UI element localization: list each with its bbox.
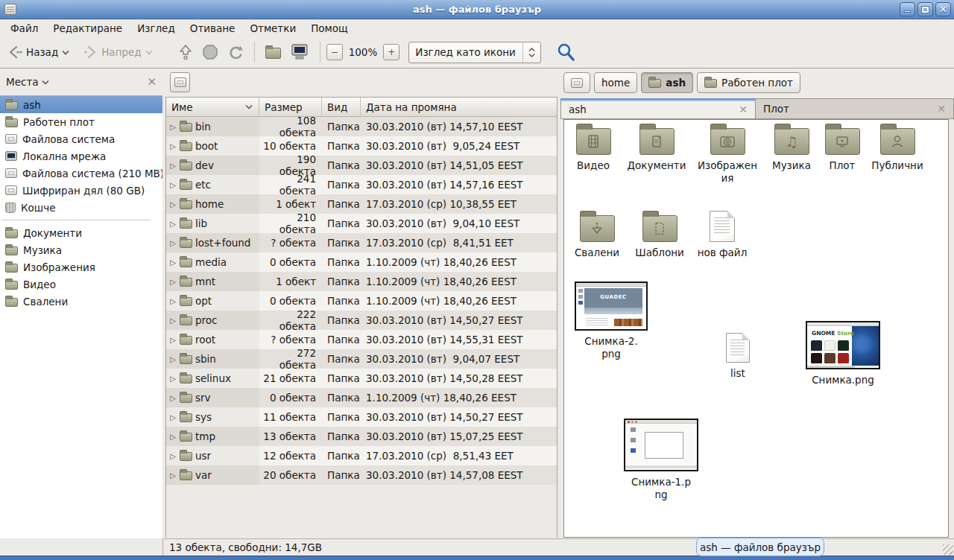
column-header-name[interactable]: Име: [166, 98, 259, 116]
expander-icon[interactable]: ▷: [169, 375, 177, 383]
icon-view[interactable]: Видео Документи Изображения ♫ Музика: [563, 119, 949, 538]
chevron-down-icon[interactable]: [42, 80, 49, 85]
sidebar-item-кошче[interactable]: Кошче: [0, 199, 162, 216]
table-row[interactable]: ▷dev190 обектаПапка30.03.2010 (вт) 14,51…: [166, 156, 557, 175]
expander-icon[interactable]: ▷: [169, 278, 177, 286]
expander-icon[interactable]: ▷: [169, 336, 177, 344]
close-button[interactable]: ✕: [935, 2, 951, 16]
expander-icon[interactable]: ▷: [169, 297, 177, 305]
icon-view-item-new-file[interactable]: нов файл: [692, 211, 752, 259]
path-button-ash[interactable]: ash: [641, 72, 693, 93]
path-button-home[interactable]: home: [594, 72, 637, 93]
sidebar-item-музика[interactable]: Музика: [0, 241, 162, 258]
table-row[interactable]: ▷var20 обектаПапка30.03.2010 (вт) 14,57,…: [166, 465, 557, 485]
menu-go[interactable]: Отиване: [183, 21, 243, 36]
table-row[interactable]: ▷lost+found? обектаПапка17.03.2010 (ср) …: [166, 233, 557, 252]
sidebar-item-документи[interactable]: Документи: [0, 224, 162, 241]
tab-close-icon[interactable]: ✕: [739, 104, 748, 115]
sidebar-close-icon[interactable]: ✕: [147, 75, 157, 89]
expander-icon[interactable]: ▷: [169, 258, 177, 267]
table-row[interactable]: ▷home1 обектПапка17.03.2010 (ср) 10,38,5…: [166, 194, 557, 214]
menu-bookmarks[interactable]: Отметки: [242, 21, 303, 36]
home-button[interactable]: [261, 43, 285, 62]
minimize-button[interactable]: [900, 2, 915, 16]
table-row[interactable]: ▷sbin272 обектаПапка30.03.2010 (вт) 9,04…: [166, 349, 557, 369]
sidebar-item-работен-плот[interactable]: Работен плот: [0, 113, 162, 130]
expander-icon[interactable]: ▷: [169, 220, 177, 228]
sidebar-item-свалени[interactable]: Свалени: [0, 293, 162, 310]
tab-plot[interactable]: Плот ✕: [756, 98, 954, 119]
view-mode-select[interactable]: Изглед като икони: [408, 42, 541, 63]
zoom-out-button[interactable]: −: [326, 44, 343, 60]
expander-icon[interactable]: ▷: [169, 239, 177, 247]
sidebar-item-ash[interactable]: ash: [0, 96, 162, 113]
up-button[interactable]: [174, 41, 198, 63]
expander-icon[interactable]: ▷: [169, 123, 177, 131]
table-row[interactable]: ▷root? обектаПапка30.03.2010 (вт) 14,55,…: [166, 330, 557, 349]
forward-button[interactable]: Напред: [78, 42, 157, 63]
maximize-button[interactable]: [917, 2, 933, 16]
table-row[interactable]: ▷sys11 обектаПапка30.03.2010 (вт) 14,50,…: [166, 407, 557, 427]
root-location-button[interactable]: [170, 72, 190, 92]
path-button-desktop[interactable]: Работен плот: [697, 72, 800, 93]
icon-view-item-snimka2[interactable]: GUADEC Снимка-2.png: [574, 281, 648, 360]
icon-view-item-downloads[interactable]: Свалени: [567, 209, 627, 259]
icon-view-item-desktop[interactable]: Плот: [816, 122, 868, 172]
table-row[interactable]: ▷bin108 обектаПапка30.03.2010 (вт) 14,57…: [166, 117, 557, 136]
icon-view-item-list[interactable]: list: [716, 333, 760, 380]
expander-icon[interactable]: ▷: [169, 433, 177, 441]
sidebar-item-локална-мрежа[interactable]: Локална мрежа: [0, 147, 162, 165]
icon-view-item-video[interactable]: Видео: [563, 122, 624, 172]
sidebar-item-файлова-система-210-mb-[interactable]: Файлова система (210 MB): [0, 165, 162, 182]
tab-close-icon[interactable]: ✕: [937, 103, 946, 115]
sidebar-item-видео[interactable]: Видео: [0, 276, 162, 293]
sidebar-item-шифриран-дял-80-gb-[interactable]: Шифриран дял (80 GB): [0, 182, 162, 199]
stop-button[interactable]: [198, 41, 223, 63]
table-row[interactable]: ▷media0 обектаПапка1.10.2009 (чт) 18,40,…: [166, 252, 557, 272]
table-row[interactable]: ▷proc222 обектаПапка30.03.2010 (вт) 14,5…: [166, 311, 557, 330]
table-row[interactable]: ▷lib210 обектаПапка30.03.2010 (вт) 9,04,…: [166, 214, 557, 233]
icon-view-item-public[interactable]: Публични: [867, 122, 928, 172]
reload-button[interactable]: [223, 41, 248, 63]
expander-icon[interactable]: ▷: [169, 181, 177, 189]
column-header-size[interactable]: Размер: [259, 98, 322, 116]
icon-view-item-snimka1[interactable]: Снимка-1.png: [623, 419, 699, 501]
menu-file[interactable]: Файл: [3, 21, 45, 36]
expander-icon[interactable]: ▷: [169, 162, 177, 170]
icon-view-item-images[interactable]: Изображения: [695, 122, 759, 185]
expander-icon[interactable]: ▷: [169, 316, 177, 325]
sidebar-item-файлова-система[interactable]: Файлова система: [0, 130, 162, 147]
column-header-type[interactable]: Вид: [322, 98, 361, 116]
column-header-date[interactable]: Дата на промяна: [361, 98, 557, 116]
expander-icon[interactable]: ▷: [169, 200, 177, 209]
icon-view-item-music[interactable]: ♫ Музика: [762, 122, 821, 172]
menu-view[interactable]: Изглед: [130, 21, 183, 36]
icon-view-item-documents[interactable]: Документи: [622, 122, 691, 172]
icon-view-item-templates[interactable]: Шаблони: [630, 209, 689, 259]
path-button-root[interactable]: [563, 72, 590, 93]
back-button[interactable]: Назад: [3, 42, 74, 63]
zoom-in-button[interactable]: +: [383, 44, 399, 60]
icon-view-item-snimka[interactable]: GNOME Store Снимка.png: [804, 321, 882, 386]
expander-icon[interactable]: ▷: [169, 452, 177, 460]
expander-icon[interactable]: ▷: [169, 471, 177, 480]
tab-ash[interactable]: ash ✕: [560, 98, 756, 119]
computer-button[interactable]: [285, 40, 314, 64]
taskbar-window-button[interactable]: ash — файлов браузър: [696, 538, 824, 556]
table-row[interactable]: ▷selinux21 обектаПапка30.03.2010 (вт) 14…: [166, 369, 557, 388]
menu-edit[interactable]: Редактиране: [45, 21, 130, 36]
sidebar-title[interactable]: Места: [6, 76, 39, 88]
sidebar-item-изображения[interactable]: Изображения: [0, 258, 162, 276]
titlebar[interactable]: ash — файлов браузър ✕: [0, 0, 954, 19]
table-row[interactable]: ▷boot10 обектаПапка30.03.2010 (вт) 9,05,…: [166, 136, 557, 156]
table-row[interactable]: ▷srv0 обектаПапка1.10.2009 (чт) 18,40,26…: [166, 388, 557, 407]
expander-icon[interactable]: ▷: [169, 394, 177, 402]
resize-grip[interactable]: [943, 544, 953, 555]
menu-help[interactable]: Помощ: [303, 21, 356, 36]
table-row[interactable]: ▷usr12 обектаПапка17.03.2010 (ср) 8,51,4…: [166, 446, 557, 465]
search-button[interactable]: [552, 39, 580, 65]
expander-icon[interactable]: ▷: [169, 142, 177, 150]
table-row[interactable]: ▷tmp13 обектаПапка30.03.2010 (вт) 15,07,…: [166, 427, 557, 446]
expander-icon[interactable]: ▷: [169, 413, 177, 421]
table-row[interactable]: ▷opt0 обектаПапка1.10.2009 (чт) 18,40,26…: [166, 291, 557, 311]
